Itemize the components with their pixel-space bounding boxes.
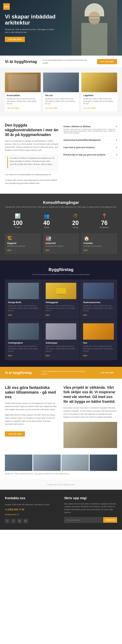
service-icon-framtida — [84, 236, 115, 241]
gallery-section: Sample text. Click to select the text bo… — [0, 454, 122, 480]
stats-service-industriell: Industriell Descriptor och occaecat. MER — [43, 233, 79, 254]
accordion-plus-1: + — [116, 125, 117, 128]
gallery-caption: Sample text. Click to select the text bo… — [5, 472, 117, 475]
service-title-industriell: Industriell — [46, 242, 76, 244]
features-project-text: Vi strävar efter att lösa varje projekt … — [5, 179, 59, 185]
projects-left-para-2: Malesuada fames ac turpis egestas sed vi… — [5, 413, 59, 426]
construction-cta-1[interactable]: MER — [8, 314, 12, 316]
contact-phone[interactable]: +1 (553) 656 77 69 — [5, 508, 58, 511]
hero-subtitle: Sample text. Click to select the text bo… — [5, 28, 57, 34]
about-bar-text: Vi har samanfattat idéerna och visionern… — [42, 370, 87, 376]
construction-title: Byggföretag — [5, 267, 117, 272]
service-title-lag: Lagarbete — [83, 94, 115, 96]
contact-left: Kontakta oss Sample, e149 Parker Rd, All… — [5, 496, 58, 523]
services-grid: Konstruktion Sample text. Click to selec… — [5, 72, 117, 112]
projects-right-text: Duis autem vel eum iriure dolor in hendr… — [63, 406, 117, 418]
construction-card-text-3: Sample text. Click to select the text bo… — [83, 304, 114, 312]
stat-number-utmarkelser: 76 — [92, 220, 117, 226]
accordion-sustainability[interactable]: Announcing Sustainability Management + — [63, 136, 117, 144]
stat-icon-projekt — [5, 213, 31, 219]
company-bar: Vi är byggföretag Vi har samanfattat idé… — [0, 56, 122, 68]
projects-section: Låt oss göra fantastiska saker tillsamma… — [0, 379, 122, 454]
construction-cta-4[interactable]: MER — [8, 355, 12, 357]
accordion-item-1[interactable]: Create a Skillman to Skillman + Interdum… — [63, 123, 117, 136]
page-wrapper: DAS Vi skapar inbäddad arkitektur Sample… — [0, 0, 122, 530]
service-title-om: Om oss — [45, 94, 77, 96]
social-facebook[interactable]: f — [5, 519, 9, 523]
service-text-industriell: Descriptor och occaecat. — [46, 245, 76, 247]
stat-icon-lag: ⏱ — [63, 213, 88, 219]
about-bar-cta[interactable]: LÄS DIG MER — [97, 370, 117, 375]
stats-grid: 100 Projekt 👥 40 Clients ⏱ 20 Vår lag 76… — [5, 213, 117, 228]
construction-cta-2[interactable]: MER — [46, 314, 50, 316]
service-cta-om[interactable]: LÄS DIG MER — [45, 108, 58, 109]
subscribe-right: Skriv upp mig! Duis autem vel eum iriure… — [64, 496, 117, 523]
feature-bar — [7, 156, 8, 168]
service-cta-konstruktion[interactable]: LÄS DIG MER — [7, 108, 19, 109]
hero-section: DAS Vi skapar inbäddad arkitektur Sample… — [0, 0, 122, 56]
editable-area[interactable]: double click to start editing the text — [0, 480, 122, 490]
construction-card-title-5: Arbetstyper — [46, 342, 76, 344]
stat-number-clients: 40 — [34, 220, 60, 226]
about-bar: Vi är byggföretag Vi har samanfattat idé… — [0, 367, 122, 379]
stat-item-clients: 👥 40 Clients — [34, 213, 60, 228]
accordion-plus-3: + — [116, 154, 117, 156]
accordion-item-3[interactable]: Practical tips to help you grow your pro… — [63, 151, 117, 158]
construction-card-text-4: Sample text. Click to select the text bo… — [8, 345, 39, 352]
company-bar-title: Vi är byggföretag — [5, 59, 37, 64]
service-text-lag: Sample text. Click to select the text bo… — [83, 98, 115, 105]
projects-right-image — [63, 422, 117, 448]
features-para-1: Diam ut iri at gravida mi vulputate ac o… — [5, 140, 59, 152]
contact-section: Kontakta oss Sample, e149 Parker Rd, All… — [0, 490, 122, 530]
accordion-header-1: Create a Skillman to Skillman + — [63, 125, 117, 128]
feature-highlight-text: Gonvallis mi at libero mi angeleena mi e… — [10, 156, 56, 166]
construction-card-4: Civilingenjörer Sample text. Click to se… — [5, 320, 42, 360]
service-cta-byggnad[interactable]: MER — [7, 250, 11, 251]
accordion-plus-2: + — [116, 146, 117, 148]
service-cta-lag[interactable]: LÄS DIG MER — [83, 108, 96, 109]
construction-img-5 — [46, 323, 76, 340]
service-card-om: Om oss Sample text. Click to select the … — [43, 72, 79, 112]
contact-email[interactable]: info@sample.co — [5, 513, 58, 516]
service-cta-framtida[interactable]: MER — [84, 250, 88, 251]
accordion-plus-sustainability: + — [116, 139, 117, 141]
social-google[interactable]: G+ — [23, 519, 28, 523]
gallery-item-2 — [33, 454, 61, 471]
service-title-framtida: Framtida — [84, 242, 115, 244]
accordion-label-3: Practical tips to help you grow your pro… — [63, 154, 105, 156]
social-twitter[interactable]: t — [11, 519, 16, 523]
stat-label-projekt: Projekt — [5, 226, 31, 228]
service-text-konstruktion: Sample text. Click to select the text bo… — [7, 98, 39, 105]
construction-card-6: Hus Sample text. Click to select the tex… — [80, 320, 117, 360]
hero-content: Vi skapar inbäddad arkitektur Sample tex… — [0, 7, 62, 49]
subscribe-email-input[interactable] — [64, 517, 102, 523]
accordion-header-sustainability: Announcing Sustainability Management + — [63, 139, 117, 141]
accordion-item-2[interactable]: Learn how to grow your business + — [63, 144, 117, 151]
service-card-konstruktion: Konstruktion Sample text. Click to selec… — [5, 72, 41, 112]
subscribe-submit-button[interactable]: SKICKA IN — [103, 517, 117, 523]
gallery-grid — [5, 454, 117, 471]
construction-card-text-1: Sample text. Click to select the text bo… — [8, 304, 39, 312]
service-cta-industriell[interactable]: MER — [46, 250, 50, 251]
contact-address-text: Sample, e149 Parker Rd, Allentown, New M… — [5, 503, 58, 506]
stat-label-utmarkelser: Utmärkelser — [92, 226, 117, 228]
construction-card-1: Design-Build Sample text. Click to selec… — [5, 280, 42, 320]
company-bar-text: Vi har samanfattat idéerna och visionern… — [43, 59, 91, 64]
features-quality-text: Vi är stolta över att tillhandahålla och… — [5, 173, 59, 176]
social-instagram[interactable]: in — [17, 519, 22, 523]
projects-left-cta[interactable]: LÄS DIG MER — [5, 431, 25, 436]
service-title-byggnad: Byggnad — [7, 242, 38, 244]
service-icon-byggnad — [7, 236, 38, 241]
construction-cta-6[interactable]: MER — [83, 355, 87, 357]
hero-cta-button[interactable]: LÄS DIG MER — [5, 37, 25, 42]
construction-cta-3[interactable]: MER — [83, 314, 87, 316]
hero-title: Vi skapar inbäddad arkitektur — [5, 14, 57, 26]
stats-services: Byggnad Descriptor och occaecat. MER Ind… — [5, 233, 117, 254]
features-left: Den byggda väggkonstruktionen i mer än 3… — [5, 123, 59, 187]
service-text-om: Sample text. Click to select the text bo… — [45, 98, 77, 105]
service-body-om: Om oss Sample text. Click to select the … — [43, 92, 79, 112]
company-bar-cta[interactable]: LÄS DIG MER — [97, 59, 117, 64]
worker-glasses — [89, 16, 100, 20]
construction-cta-5[interactable]: MER — [46, 355, 50, 357]
gallery-item-4 — [90, 454, 117, 471]
